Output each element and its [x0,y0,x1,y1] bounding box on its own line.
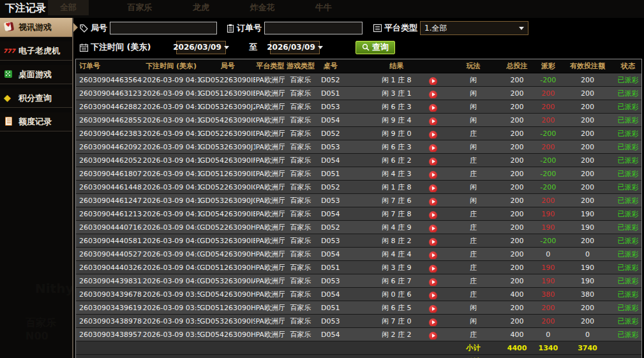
cell-round-no: GD051263090ID [200,170,256,178]
replay-play-button[interactable] [429,318,437,326]
sidebar-item-电子老虎机[interactable]: 电子老虎机 [0,41,72,61]
search-button-label: 查询 [372,41,389,53]
cell-status: 已派彩 [615,102,641,112]
replay-play-button[interactable] [429,144,437,152]
table-row: 260309044628828 2026-03-09 04:19:00 GD05… [76,100,641,114]
sidebar-item-积分查询[interactable]: 积分查询 [0,89,72,108]
cell-total-bet: 200 [498,183,536,191]
column-header: 结果 [345,61,449,71]
cell-payout: 0 [536,250,560,258]
replay-play-button[interactable] [429,91,437,98]
cell-game-type: 百家乐 [285,250,317,259]
cell-valid-bet: 200 [560,317,615,325]
cell-result: 闲 8 庄 2 [345,236,449,246]
cell-play-type: 庄 [449,129,498,138]
table-row: 260309044623838 2026-03-09 04:18:37 GD05… [76,127,641,140]
table-row: 260309034389780 2026-03-09 03:59:17 GD05… [76,315,641,328]
cell-play-type: 庄 [449,223,498,232]
clipboard-icon [226,24,235,33]
cell-total-bet: 200 [498,223,536,232]
cell-result: 闲 9 庄 4 [345,116,449,125]
replay-play-button[interactable] [429,198,437,205]
replay-play-button[interactable] [429,131,437,138]
column-header: 状态 [615,61,641,71]
cell-round-no: GD053263090J2 [200,103,256,111]
cell-status: 已派彩 [615,276,641,286]
cell-game-type: 百家乐 [285,223,317,232]
date-from-picker[interactable]: 2026/03/09 [176,41,226,54]
cell-play-type: 闲 [449,303,498,313]
cell-platform: PA欧洲厅 [255,250,285,259]
cell-result: 闲 6 庄 2 [345,156,449,165]
cell-order-no: 260309044631237 [76,89,142,98]
replay-play-button[interactable] [429,225,437,232]
list-icon [373,24,382,33]
replay-play-button[interactable] [429,104,437,112]
replay-play-button[interactable] [429,171,437,179]
round-no-input[interactable] [110,22,217,34]
replay-play-button[interactable] [429,77,437,85]
search-button[interactable]: 查询 [356,41,395,54]
cell-status: 已派彩 [615,303,641,313]
cell-platform: PA欧洲厅 [255,236,285,246]
background-hint-text: 百家乐N00 [26,317,72,342]
cell-round-no: GD054263090HP [200,290,256,299]
cell-bet-time: 2026-03-09 04:00:40 [142,237,199,245]
cell-table-no: D054 [317,210,345,218]
cell-platform: PA欧洲厅 [255,129,285,138]
table-row: 260309044631237 2026-03-09 04:19:12 GD05… [76,87,641,100]
table-row: 260309044405279 2026-03-09 04:00:38 GD05… [76,248,641,261]
cell-valid-bet: 190 [560,277,615,285]
sidebar-item-额度记录[interactable]: 额度记录 [0,112,72,131]
column-header: 总投注 [498,61,536,71]
replay-play-button[interactable] [429,292,437,299]
replay-play-button[interactable] [429,238,437,246]
cell-payout: 190 [536,277,560,285]
replay-play-button[interactable] [429,117,437,125]
cell-valid-bet: 200 [560,156,615,165]
order-no-input[interactable] [264,22,363,34]
cell-status: 已派彩 [615,75,641,85]
cell-status: 已派彩 [615,156,641,165]
cell-payout: 190 [536,264,560,272]
sidebar-item-label: 电子老虎机 [19,45,60,57]
sidebar-item-视讯游戏[interactable]: 视讯游戏 [0,18,72,37]
table-row: 260309044635640 2026-03-09 04:19:34 GD05… [76,73,641,87]
replay-play-button[interactable] [429,251,437,259]
date-to-picker[interactable]: 2026/03/09 [270,41,320,54]
cell-status: 已派彩 [615,317,641,326]
platform-type-select[interactable]: 1.全部 [420,21,528,35]
column-header: 平台类型 [255,61,285,71]
replay-play-button[interactable] [429,211,437,219]
cell-total-bet: 200 [498,156,536,165]
replay-play-button[interactable] [429,265,437,272]
cell-order-no: 260309044623838 [76,130,142,138]
table-row: 260309034396192 2026-03-09 03:59:50 GD05… [76,301,641,315]
cell-platform: PA欧洲厅 [255,156,285,165]
filter-row-2: 下注时间 (美东) 2026/03/09 至 2026/03/09 查询 [79,40,641,55]
column-header: 玩法 [449,61,498,71]
cell-table-no: D054 [317,290,345,299]
replay-play-button[interactable] [429,332,437,339]
sidebar-item-桌面游戏[interactable]: 桌面游戏 [0,65,72,84]
cell-order-no: 260309044620925 [76,143,142,151]
cell-status: 已派彩 [615,142,641,152]
replay-play-button[interactable] [429,278,437,286]
cell-table-no: D053 [317,197,345,205]
replay-play-button[interactable] [429,184,437,192]
replay-play-button[interactable] [429,158,437,165]
cell-table-no: D051 [317,89,345,98]
cell-game-type: 百家乐 [285,209,317,219]
cell-round-no: GD054263090HO [200,331,256,339]
cell-play-type: 庄 [449,169,498,179]
cell-result: 闲 4 庄 9 [345,223,449,232]
cell-game-type: 百家乐 [285,129,317,138]
cell-bet-time: 2026-03-09 04:18:37 [142,130,199,138]
cell-game-type: 百家乐 [285,330,317,339]
cell-valid-bet: 200 [560,116,615,124]
page-title: 下注记录 [5,2,46,15]
replay-play-button[interactable] [429,305,437,313]
table-row: 260309044628559 2026-03-09 04:18:58 GD05… [76,114,641,127]
cell-table-no: D054 [317,250,345,258]
cell-platform: PA欧洲厅 [255,290,285,299]
